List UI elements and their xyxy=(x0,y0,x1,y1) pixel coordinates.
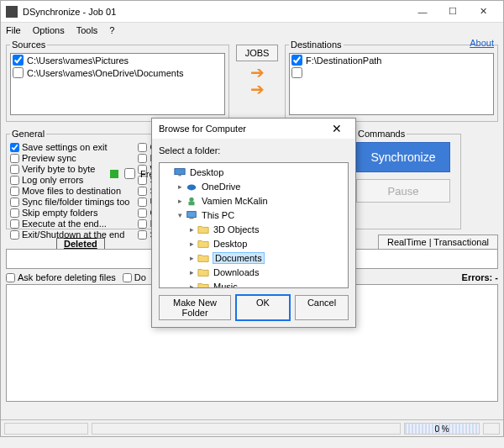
browse-dialog: Browse for Computer ✕ Select a folder: D… xyxy=(151,118,356,328)
destinations-group: About Destinations F:\DestinationPath xyxy=(285,40,498,122)
general-c2-8-check[interactable] xyxy=(138,230,147,240)
general-c1-2-label: Verify byte to byte xyxy=(22,164,95,174)
expand-icon[interactable]: ▾ xyxy=(175,211,185,219)
do-check[interactable] xyxy=(123,273,132,282)
source-check-0[interactable] xyxy=(13,55,24,66)
general-c1-5-label: Sync file/folder timings too xyxy=(22,197,129,207)
general-c1-7-label: Execute at the end... xyxy=(22,219,107,229)
tree-item[interactable]: ▸OneDrive xyxy=(160,179,348,193)
list-item: C:\Users\vames\Pictures xyxy=(11,54,224,66)
general-c2-1-check[interactable] xyxy=(138,154,147,163)
general-c2-0-check[interactable] xyxy=(138,143,147,152)
tree-item[interactable]: ▸Downloads xyxy=(160,265,348,279)
expand-icon[interactable]: ▸ xyxy=(186,254,197,262)
sources-group: Sources C:\Users\vames\Pictures C:\Users… xyxy=(6,40,229,122)
general-c2-4-check[interactable] xyxy=(138,187,147,196)
user-icon xyxy=(185,195,198,207)
menu-options[interactable]: Options xyxy=(31,25,66,35)
status-cell xyxy=(4,423,88,435)
list-item xyxy=(290,66,493,79)
destinations-legend: Destinations xyxy=(289,40,344,50)
mid-column: JOBS ➔ ➔ xyxy=(233,40,281,122)
expand-icon[interactable]: ▸ xyxy=(186,225,197,234)
folder-icon xyxy=(197,238,210,250)
pause-button[interactable]: Pause xyxy=(356,179,450,203)
commands-group: Commands Synchronize Pause xyxy=(352,129,461,229)
svg-point-2 xyxy=(187,184,197,190)
ask-delete-check[interactable] xyxy=(6,273,15,282)
general-c1-1-check[interactable] xyxy=(10,154,19,163)
option-row: Skip empty folders xyxy=(10,208,129,218)
general-c1-0-check[interactable] xyxy=(10,143,19,152)
menubar: File Options Tools ? xyxy=(1,23,503,38)
general-c1-6-label: Skip empty folders xyxy=(22,208,97,218)
dialog-select-label: Select a folder: xyxy=(159,145,349,155)
tree-item-label: Desktop xyxy=(213,239,247,249)
app-icon xyxy=(6,6,18,18)
folder-icon xyxy=(197,224,210,235)
expand-icon[interactable]: ▸ xyxy=(186,240,197,248)
titlebar[interactable]: DSynchronize - Job 01 — ☐ ✕ xyxy=(1,1,503,23)
tree-item[interactable]: ▾This PC xyxy=(160,208,348,222)
cancel-button[interactable]: Cancel xyxy=(295,295,349,320)
menu-file[interactable]: File xyxy=(4,25,23,35)
option-row: Move files to destination xyxy=(10,186,129,196)
source-check-1[interactable] xyxy=(13,67,24,78)
make-new-folder-button[interactable]: Make New Folder xyxy=(159,295,231,320)
freeze-led-icon xyxy=(110,170,118,178)
sources-list[interactable]: C:\Users\vames\Pictures C:\Users\vames\O… xyxy=(10,53,225,115)
tab-deleted[interactable]: Deleted xyxy=(56,238,105,249)
do-label: Do xyxy=(134,272,146,282)
maximize-button[interactable]: ☐ xyxy=(438,1,468,23)
general-c2-7-check[interactable] xyxy=(138,219,147,229)
expand-icon[interactable]: ▸ xyxy=(175,182,185,191)
ok-button[interactable]: OK xyxy=(236,295,290,320)
destinations-list[interactable]: F:\DestinationPath xyxy=(289,53,494,115)
list-item: F:\DestinationPath xyxy=(290,54,493,66)
progress-cell: 0 % xyxy=(404,423,480,435)
expand-icon[interactable]: ▸ xyxy=(186,282,197,289)
tree-item[interactable]: Desktop xyxy=(160,165,348,179)
source-path-1: C:\Users\vames\OneDrive\Documents xyxy=(27,68,183,78)
synchronize-button[interactable]: Synchronize xyxy=(356,142,450,172)
general-c1-8-check[interactable] xyxy=(10,230,19,240)
dialog-titlebar[interactable]: Browse for Computer ✕ xyxy=(152,119,355,139)
tree-item-label: Documents xyxy=(213,253,264,263)
general-c1-3-label: Log only errors xyxy=(22,175,83,185)
general-c1-5-check[interactable] xyxy=(10,198,19,207)
tab-realtime[interactable]: RealTime | Transactional xyxy=(378,235,498,249)
general-c1-7-check[interactable] xyxy=(10,219,19,229)
tree-item[interactable]: ▸Music xyxy=(160,279,348,288)
tree-item-label: OneDrive xyxy=(202,182,240,192)
general-c1-3-check[interactable] xyxy=(10,176,19,185)
ask-delete-label: Ask before deleting files xyxy=(18,272,116,282)
expand-icon[interactable]: ▸ xyxy=(175,197,185,205)
menu-help[interactable]: ? xyxy=(108,25,116,35)
about-link[interactable]: About xyxy=(470,38,494,48)
general-c1-6-check[interactable] xyxy=(10,208,19,218)
dialog-close-button[interactable]: ✕ xyxy=(325,122,349,135)
window-title: DSynchronize - Job 01 xyxy=(23,7,407,17)
tree-item-label: Music xyxy=(213,282,238,289)
folder-tree[interactable]: Desktop▸OneDrive▸Vamien McKalin▾This PC▸… xyxy=(159,162,349,288)
svg-rect-4 xyxy=(189,201,195,204)
minimize-button[interactable]: — xyxy=(407,1,438,23)
expand-icon[interactable]: ▸ xyxy=(186,268,197,277)
tree-item-label: 3D Objects xyxy=(213,224,259,235)
jobs-button[interactable]: JOBS xyxy=(236,45,278,61)
dest-check-0[interactable] xyxy=(291,55,302,66)
tree-item[interactable]: ▸Desktop xyxy=(160,236,348,250)
general-c2-5-check[interactable] xyxy=(138,198,147,207)
tree-item[interactable]: ▸Vamien McKalin xyxy=(160,193,348,208)
folder-icon xyxy=(197,266,210,278)
freeze-check[interactable] xyxy=(124,168,135,179)
dest-check-1[interactable] xyxy=(291,67,302,78)
tree-item[interactable]: ▸3D Objects xyxy=(160,222,348,236)
menu-tools[interactable]: Tools xyxy=(75,25,100,35)
option-row: Sync file/folder timings too xyxy=(10,197,129,207)
tree-item[interactable]: ▸Documents xyxy=(160,250,348,265)
general-c1-4-check[interactable] xyxy=(10,187,19,196)
general-c2-6-check[interactable] xyxy=(138,208,147,218)
close-button[interactable]: ✕ xyxy=(468,1,498,23)
general-c1-2-check[interactable] xyxy=(10,165,19,174)
